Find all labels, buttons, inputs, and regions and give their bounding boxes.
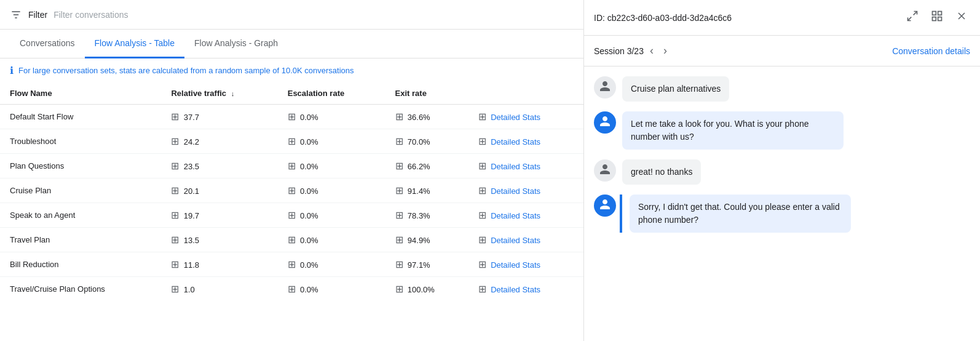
detailed-stats-link[interactable]: Detailed Stats: [491, 260, 540, 270]
table-grid-icon: ⊞: [171, 259, 179, 270]
table-grid-icon-4: ⊞: [478, 185, 486, 196]
svg-rect-5: [933, 12, 936, 15]
message-row: great! no thanks: [594, 159, 970, 185]
table-body: Default Start Flow ⊞ 37.7 ⊞ 0.0% ⊞ 36.6%…: [0, 105, 583, 302]
message-bubble: Let me take a look for you. What is your…: [622, 111, 844, 150]
bot-avatar-icon: [599, 198, 611, 214]
table-row: Bill Reduction ⊞ 11.8 ⊞ 0.0% ⊞ 97.1% ⊞ D…: [0, 252, 583, 277]
cell-flow-name: Travel/Cruise Plan Options: [0, 277, 161, 302]
message-row: Sorry, I didn't get that. Could you plea…: [594, 195, 970, 233]
avatar: [594, 76, 616, 98]
cell-escalation-rate: ⊞ 0.0%: [278, 203, 385, 228]
col-header-escalation-rate: Escalation rate: [278, 82, 385, 105]
table-grid-icon-2: ⊞: [288, 185, 296, 196]
table-grid-icon-4: ⊞: [478, 283, 486, 295]
filter-placeholder: Filter conversations: [53, 10, 128, 20]
table-grid-icon-2: ⊞: [288, 111, 296, 122]
left-panel: Filter Filter conversations Conversation…: [0, 0, 584, 341]
table-grid-icon-4: ⊞: [478, 111, 486, 122]
session-label: Session 3/23: [594, 46, 644, 56]
next-session-button[interactable]: ›: [660, 42, 671, 60]
cell-relative-traffic: ⊞ 11.8: [161, 252, 277, 277]
detailed-stats-link[interactable]: Detailed Stats: [491, 137, 540, 146]
messages-container: Cruise plan alternatives Let me take a l…: [584, 66, 980, 341]
cell-exit-rate: ⊞ 66.2%: [385, 154, 468, 179]
info-banner: ℹ For large conversation sets, stats are…: [0, 58, 583, 82]
table-grid-icon-2: ⊞: [288, 209, 296, 221]
user-avatar-icon: [599, 163, 611, 179]
col-header-action: [468, 82, 583, 105]
table-grid-icon-4: ⊞: [478, 234, 486, 246]
detailed-stats-link[interactable]: Detailed Stats: [491, 236, 540, 245]
flow-analysis-table: Flow Name Relative traffic ↓ Escalation …: [0, 82, 583, 301]
table-row: Troubleshoot ⊞ 24.2 ⊞ 0.0% ⊞ 70.0% ⊞ Det…: [0, 129, 583, 154]
cell-exit-rate: ⊞ 94.9%: [385, 228, 468, 252]
table-grid-icon: ⊞: [171, 283, 179, 295]
filter-label: Filter: [28, 10, 47, 20]
table-grid-icon-4: ⊞: [478, 135, 486, 147]
prev-session-button[interactable]: ‹: [646, 42, 657, 60]
session-id: ID: cb22c3-d60-a03-ddd-3d2a4c6c6: [594, 13, 732, 23]
tabs-bar: Conversations Flow Analysis - Table Flow…: [0, 30, 583, 58]
svg-line-4: [908, 17, 912, 21]
table-row: Travel Plan ⊞ 13.5 ⊞ 0.0% ⊞ 94.9% ⊞ Deta…: [0, 228, 583, 252]
right-header: ID: cb22c3-d60-a03-ddd-3d2a4c6c6: [584, 0, 980, 36]
detailed-stats-link[interactable]: Detailed Stats: [491, 113, 540, 122]
cell-action: ⊞ Detailed Stats: [468, 203, 583, 228]
detailed-stats-link[interactable]: Detailed Stats: [491, 211, 540, 220]
cell-exit-rate: ⊞ 36.6%: [385, 105, 468, 129]
table-grid-icon: ⊞: [171, 185, 179, 196]
cell-flow-name: Bill Reduction: [0, 252, 161, 277]
tab-conversations[interactable]: Conversations: [10, 30, 85, 58]
table-grid-icon-3: ⊞: [395, 185, 403, 196]
table-grid-icon-2: ⊞: [288, 234, 296, 246]
cell-flow-name: Travel Plan: [0, 228, 161, 252]
info-icon: ℹ: [10, 65, 14, 76]
cell-escalation-rate: ⊞ 0.0%: [278, 179, 385, 203]
table-row: Cruise Plan ⊞ 20.1 ⊞ 0.0% ⊞ 91.4% ⊞ Deta…: [0, 179, 583, 203]
close-button[interactable]: [953, 7, 970, 28]
cell-exit-rate: ⊞ 70.0%: [385, 129, 468, 154]
session-nav-left: Session 3/23 ‹ ›: [594, 42, 671, 60]
message-bubble: Sorry, I didn't get that. Could you plea…: [630, 195, 851, 233]
table-grid-icon-3: ⊞: [395, 160, 403, 172]
svg-rect-7: [933, 17, 936, 21]
cell-escalation-rate: ⊞ 0.0%: [278, 105, 385, 129]
conversation-details-link[interactable]: Conversation details: [892, 46, 970, 56]
user-avatar-icon: [599, 80, 611, 95]
message-row: Cruise plan alternatives: [594, 76, 970, 102]
cell-exit-rate: ⊞ 100.0%: [385, 277, 468, 302]
table-grid-icon: ⊞: [171, 234, 179, 246]
table-row: Travel/Cruise Plan Options ⊞ 1.0 ⊞ 0.0% …: [0, 277, 583, 302]
cell-exit-rate: ⊞ 91.4%: [385, 179, 468, 203]
table-header-row: Flow Name Relative traffic ↓ Escalation …: [0, 82, 583, 105]
avatar: [594, 195, 616, 217]
session-nav: Session 3/23 ‹ › Conversation details: [584, 36, 980, 66]
avatar: [594, 111, 616, 134]
cell-action: ⊞ Detailed Stats: [468, 252, 583, 277]
detailed-stats-link[interactable]: Detailed Stats: [491, 285, 540, 294]
cell-escalation-rate: ⊞ 0.0%: [278, 277, 385, 302]
cell-escalation-rate: ⊞ 0.0%: [278, 154, 385, 179]
table-grid-icon-2: ⊞: [288, 135, 296, 147]
fullscreen-button[interactable]: [904, 7, 921, 28]
table-grid-icon-3: ⊞: [395, 283, 403, 295]
sort-arrow-icon: ↓: [231, 90, 235, 97]
cell-escalation-rate: ⊞ 0.0%: [278, 129, 385, 154]
tab-flow-table[interactable]: Flow Analysis - Table: [85, 30, 184, 58]
right-panel: ID: cb22c3-d60-a03-ddd-3d2a4c6c6: [584, 0, 980, 341]
table-grid-icon: ⊞: [171, 135, 179, 147]
cell-escalation-rate: ⊞ 0.0%: [278, 252, 385, 277]
filter-icon: [10, 9, 22, 21]
detailed-stats-link[interactable]: Detailed Stats: [491, 187, 540, 196]
col-header-flow-name: Flow Name: [0, 82, 161, 105]
col-header-relative-traffic[interactable]: Relative traffic ↓: [161, 82, 277, 105]
avatar: [594, 159, 616, 182]
grid-button[interactable]: [928, 7, 946, 28]
table-grid-icon-3: ⊞: [395, 135, 403, 147]
tab-flow-graph[interactable]: Flow Analysis - Graph: [184, 30, 288, 58]
cell-relative-traffic: ⊞ 37.7: [161, 105, 277, 129]
detailed-stats-link[interactable]: Detailed Stats: [491, 162, 540, 171]
table-grid-icon: ⊞: [171, 111, 179, 122]
filter-bar: Filter Filter conversations: [0, 0, 583, 30]
